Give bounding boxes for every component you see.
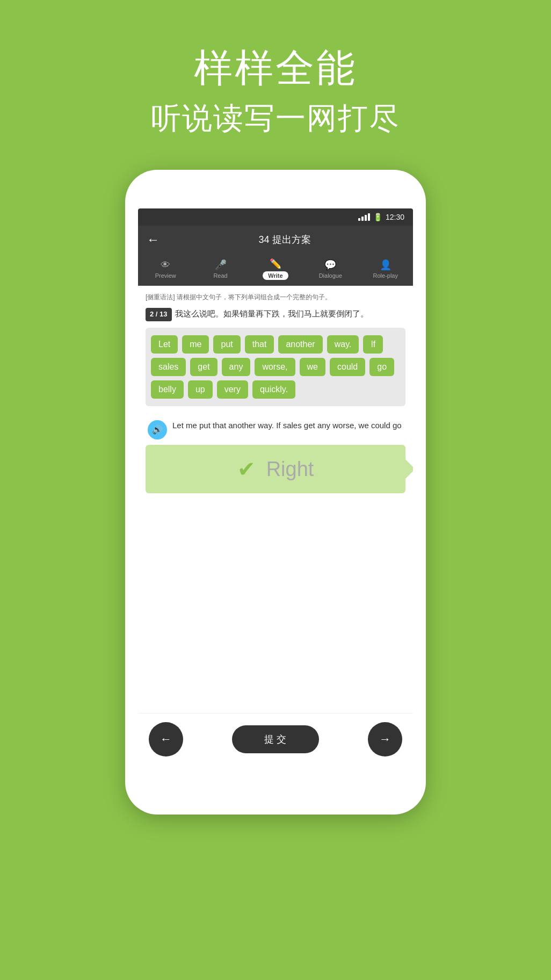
signal-icon	[358, 213, 370, 221]
status-bar: 🔋 12:30	[138, 208, 413, 226]
phone-camera	[214, 186, 222, 193]
checkmark-icon: ✔	[237, 457, 256, 481]
mic-icon: 🎤	[215, 259, 227, 271]
next-button[interactable]: →	[368, 722, 402, 756]
tab-write-label: Write	[263, 271, 288, 280]
phone-home-button	[262, 769, 289, 796]
roleplay-icon: 👤	[380, 259, 392, 271]
phone-shell: 🔋 12:30 ← 34 提出方案 👁 Preview 🎤 Read	[125, 170, 426, 815]
phone-speaker	[233, 188, 318, 192]
chat-icon: 💬	[324, 259, 336, 271]
next-icon: →	[379, 732, 391, 746]
prev-icon: ←	[160, 732, 172, 746]
word-tile-if[interactable]: If	[363, 335, 383, 354]
submit-button[interactable]: 提 交	[232, 725, 318, 753]
battery-icon: 🔋	[373, 213, 382, 221]
status-time: 12:30	[386, 213, 404, 221]
phone-screen: 🔋 12:30 ← 34 提出方案 👁 Preview 🎤 Read	[138, 208, 413, 765]
tab-preview-label: Preview	[155, 272, 176, 279]
phone-mockup: 🔋 12:30 ← 34 提出方案 👁 Preview 🎤 Read	[125, 170, 426, 815]
word-tile-go[interactable]: go	[369, 358, 394, 376]
tab-dialogue[interactable]: 💬 Dialogue	[314, 259, 346, 279]
word-tile-get[interactable]: get	[190, 358, 217, 376]
word-tile-sales[interactable]: sales	[151, 358, 186, 376]
word-tile-up[interactable]: up	[188, 380, 213, 399]
right-banner: ✔ Right	[146, 445, 405, 493]
word-tiles-area: Let me put that another way. If sales ge…	[146, 328, 405, 406]
progress-badge: 2 / 13	[146, 308, 172, 321]
preview-icon: 👁	[161, 260, 170, 271]
instruction-text: [侧重语法] 请根据中文句子，将下列单词组合成一个完整的句子。	[146, 292, 405, 302]
phone-camera2	[329, 186, 337, 193]
prev-button[interactable]: ←	[149, 722, 183, 756]
content-area: [侧重语法] 请根据中文句子，将下列单词组合成一个完整的句子。 2 / 13我这…	[138, 286, 413, 713]
pen-icon: ✏️	[270, 258, 281, 270]
submit-label: 提 交	[264, 734, 286, 745]
tab-read[interactable]: 🎤 Read	[205, 259, 237, 279]
word-tile-belly[interactable]: belly	[151, 380, 184, 399]
header-title1: 样样全能	[151, 43, 400, 93]
word-tile-any[interactable]: any	[222, 358, 251, 376]
tab-roleplay-label: Role-play	[373, 272, 398, 279]
speaker-button[interactable]: 🔊	[148, 420, 167, 439]
top-nav: ← 34 提出方案	[138, 226, 413, 254]
back-button[interactable]: ←	[147, 232, 160, 247]
nav-title: 34 提出方案	[165, 233, 404, 246]
tab-read-label: Read	[213, 272, 227, 279]
tab-bar: 👁 Preview 🎤 Read ✏️ Write 💬 Dialogue 👤	[138, 254, 413, 286]
question-text: 2 / 13我这么说吧。如果销量再下跌，我们马上就要倒闭了。	[146, 307, 405, 321]
word-tile-way[interactable]: way.	[327, 335, 359, 354]
header-title2: 听说读写一网打尽	[151, 99, 400, 138]
word-tile-quickly[interactable]: quickly.	[252, 380, 295, 399]
tab-roleplay[interactable]: 👤 Role-play	[369, 259, 402, 279]
word-tile-let[interactable]: Let	[151, 335, 178, 354]
word-tile-that[interactable]: that	[245, 335, 274, 354]
word-tile-put[interactable]: put	[213, 335, 240, 354]
word-tile-we[interactable]: we	[300, 358, 325, 376]
word-tile-very[interactable]: very	[217, 380, 248, 399]
app-header: 样样全能 听说读写一网打尽	[151, 43, 400, 138]
tab-dialogue-label: Dialogue	[319, 272, 342, 279]
phone-top-bar	[214, 186, 337, 193]
word-tile-another[interactable]: another	[278, 335, 322, 354]
word-tile-me[interactable]: me	[182, 335, 209, 354]
word-tile-could[interactable]: could	[330, 358, 365, 376]
right-label: Right	[266, 458, 314, 481]
tab-preview[interactable]: 👁 Preview	[149, 260, 182, 279]
word-tile-worse[interactable]: worse,	[255, 358, 295, 376]
tab-write[interactable]: ✏️ Write	[259, 258, 292, 280]
translation-area: 🔊 Let me put that another way. If sales …	[146, 414, 405, 445]
translation-text: Let me put that another way. If sales ge…	[172, 419, 402, 432]
bottom-bar: ← 提 交 →	[138, 713, 413, 765]
